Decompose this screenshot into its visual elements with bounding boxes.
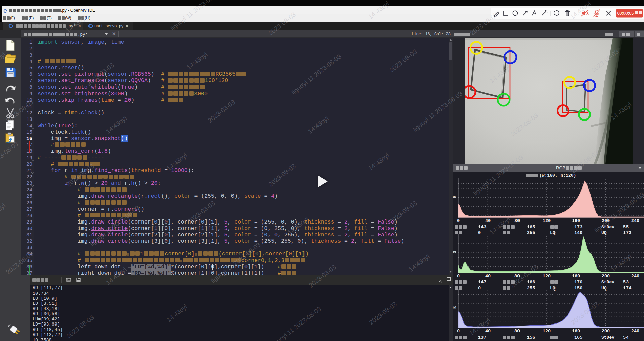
svg-text:B: B (453, 306, 457, 309)
svg-text:R: R (453, 195, 457, 198)
svg-text:G: G (453, 251, 457, 253)
svg-text:00:00:05: 00:00:05 (617, 11, 634, 16)
